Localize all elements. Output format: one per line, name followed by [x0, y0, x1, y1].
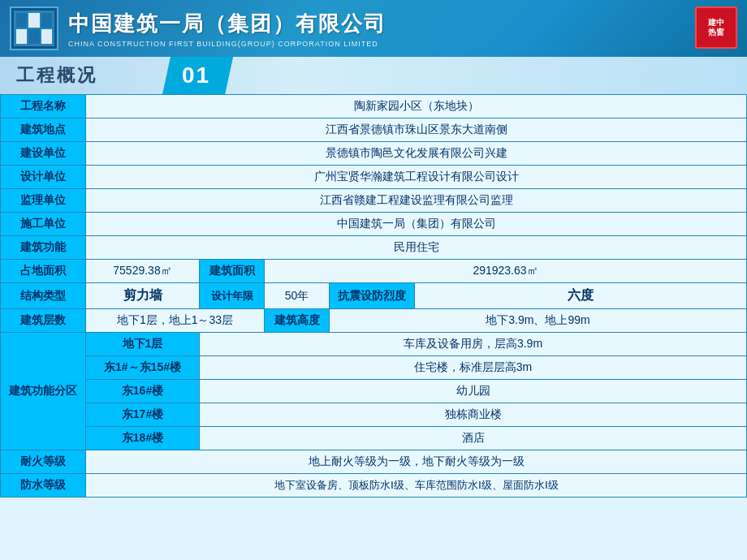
zone-17-label: 东17#楼 — [86, 403, 200, 427]
header: 中国建筑一局（集团）有限公司 CHINA CONSTRUCTION FIRST … — [0, 0, 747, 57]
design-life-label: 设计年限 — [200, 283, 265, 309]
structure-type-label: 结构类型 — [1, 283, 86, 309]
owner-label: 建设单位 — [1, 142, 86, 166]
table-row-construction: 施工单位 中国建筑一局（集团）有限公司 — [1, 213, 747, 236]
zone-16-label: 东16#楼 — [86, 380, 200, 403]
floor-area-value: 291923.63㎡ — [265, 260, 747, 283]
land-area-value: 75529.38㎡ — [86, 260, 200, 283]
section-number-block: 01 — [162, 57, 233, 94]
land-area-label: 占地面积 — [1, 260, 86, 283]
supervision-label: 监理单位 — [1, 189, 86, 213]
section-header: 工程概况 01 — [0, 57, 747, 94]
table-row-zone-b1: 建筑功能分区 地下1层 车库及设备用房，层高3.9m — [1, 333, 747, 356]
table-row-fire: 耐火等级 地上耐火等级为一级，地下耐火等级为一级 — [1, 450, 747, 474]
badge-text: 建中热窗 — [708, 18, 724, 37]
design-life-value: 50年 — [265, 283, 330, 309]
zone-16-value: 幼儿园 — [200, 380, 747, 403]
table-row-location: 建筑地点 江西省景德镇市珠山区景东大道南侧 — [1, 118, 747, 142]
height-value: 地下3.9m、地上99m — [330, 309, 747, 333]
company-logo — [10, 6, 58, 50]
company-name: 中国建筑一局（集团）有限公司 CHINA CONSTRUCTION FIRST … — [68, 10, 386, 48]
table-row-supervision: 监理单位 江西省赣建工程建设监理有限公司监理 — [1, 189, 747, 213]
waterproof-value: 地下室设备房、顶板防水Ⅰ级、车库范围防水Ⅰ级、屋面防水Ⅰ级 — [86, 474, 747, 498]
table-row-zone-17: 东17#楼 独栋商业楼 — [1, 403, 747, 427]
table-row-structure: 结构类型 剪力墙 设计年限 50年 抗震设防烈度 六度 — [1, 283, 747, 309]
function-value: 民用住宅 — [86, 236, 747, 260]
header-badge: 建中热窗 — [695, 6, 737, 49]
zone-18-label: 东18#楼 — [86, 427, 200, 450]
project-name-value: 陶新家园小区（东地块） — [86, 95, 747, 118]
zone-1-15-value: 住宅楼，标准层层高3m — [200, 356, 747, 380]
table-row-owner: 建设单位 景德镇市陶邑文化发展有限公司兴建 — [1, 142, 747, 166]
fire-label: 耐火等级 — [1, 450, 86, 474]
fire-value: 地上耐火等级为一级，地下耐火等级为一级 — [86, 450, 747, 474]
construction-value: 中国建筑一局（集团）有限公司 — [86, 213, 747, 236]
table-row-function: 建筑功能 民用住宅 — [1, 236, 747, 260]
zone-label: 建筑功能分区 — [1, 333, 86, 450]
project-table: 工程名称 陶新家园小区（东地块） 建筑地点 江西省景德镇市珠山区景东大道南侧 建… — [0, 94, 747, 498]
zone-1-15-label: 东1#～东15#楼 — [86, 356, 200, 380]
section-title: 工程概况 — [16, 63, 97, 88]
construction-label: 施工单位 — [1, 213, 86, 236]
height-label: 建筑高度 — [265, 309, 330, 333]
design-label: 设计单位 — [1, 166, 86, 189]
section-number-bg: 01 — [162, 57, 233, 94]
company-name-cn: 中国建筑一局（集团）有限公司 — [68, 10, 386, 38]
zone-18-value: 酒店 — [200, 427, 747, 450]
table-row-project-name: 工程名称 陶新家园小区（东地块） — [1, 95, 747, 118]
owner-value: 景德镇市陶邑文化发展有限公司兴建 — [86, 142, 747, 166]
table-row-zone-16: 东16#楼 幼儿园 — [1, 380, 747, 403]
company-name-en: CHINA CONSTRUCTION FIRST BUILDING(GROUP)… — [68, 40, 386, 48]
floors-value: 地下1层，地上1～33层 — [86, 309, 265, 333]
zone-17-value: 独栋商业楼 — [200, 403, 747, 427]
seismic-value: 六度 — [415, 283, 747, 309]
table-row-zone-18: 东18#楼 酒店 — [1, 427, 747, 450]
function-label: 建筑功能 — [1, 236, 86, 260]
structure-value: 剪力墙 — [86, 283, 200, 309]
table-row-floors: 建筑层数 地下1层，地上1～33层 建筑高度 地下3.9m、地上99m — [1, 309, 747, 333]
table-row-zone-1-15: 东1#～东15#楼 住宅楼，标准层层高3m — [1, 356, 747, 380]
table-row-area: 占地面积 75529.38㎡ 建筑面积 291923.63㎡ — [1, 260, 747, 283]
table-row-waterproof: 防水等级 地下室设备房、顶板防水Ⅰ级、车库范围防水Ⅰ级、屋面防水Ⅰ级 — [1, 474, 747, 498]
project-name-label: 工程名称 — [1, 95, 86, 118]
table-row-design: 设计单位 广州宝贤华瀚建筑工程设计有限公司设计 — [1, 166, 747, 189]
location-label: 建筑地点 — [1, 118, 86, 142]
main-content: 工程名称 陶新家园小区（东地块） 建筑地点 江西省景德镇市珠山区景东大道南侧 建… — [0, 94, 747, 498]
floor-area-label: 建筑面积 — [200, 260, 265, 283]
zone-b1-label: 地下1层 — [86, 333, 200, 356]
section-number: 01 — [182, 62, 210, 88]
waterproof-label: 防水等级 — [1, 474, 86, 498]
floors-label: 建筑层数 — [1, 309, 86, 333]
zone-b1-value: 车库及设备用房，层高3.9m — [200, 333, 747, 356]
supervision-value: 江西省赣建工程建设监理有限公司监理 — [86, 189, 747, 213]
seismic-label: 抗震设防烈度 — [330, 283, 415, 309]
design-value: 广州宝贤华瀚建筑工程设计有限公司设计 — [86, 166, 747, 189]
location-value: 江西省景德镇市珠山区景东大道南侧 — [86, 118, 747, 142]
